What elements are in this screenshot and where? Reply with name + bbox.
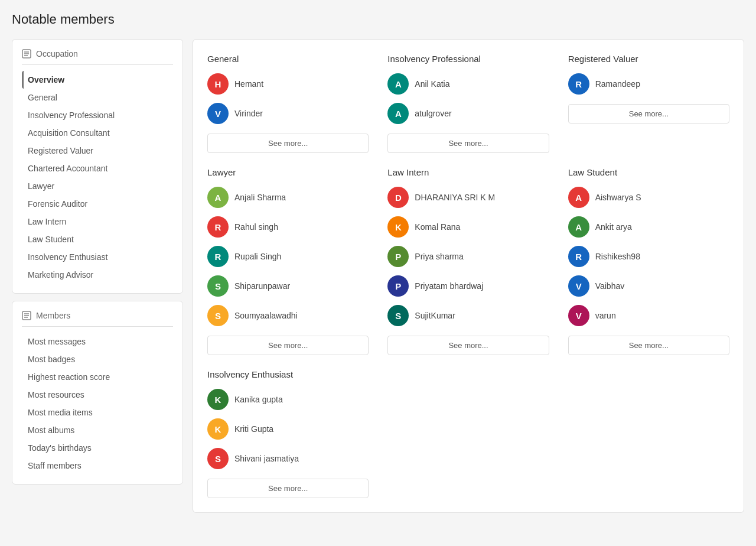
member-row[interactable]: KKanika gupta: [207, 388, 369, 411]
category-title-4: Law Intern: [387, 167, 549, 177]
sidebar-item-marketing-advisor[interactable]: Marketing Advisor: [22, 266, 173, 284]
avatar: R: [568, 246, 589, 267]
member-name: Shiparunpawar: [234, 281, 290, 291]
sidebar-item-registered-valuer[interactable]: Registered Valuer: [22, 142, 173, 160]
member-row[interactable]: Vvarun: [568, 304, 729, 327]
avatar: S: [387, 305, 409, 326]
see-more-button[interactable]: See more...: [387, 336, 549, 355]
member-name: DHARANIYA SRI K M: [415, 193, 495, 202]
member-name: Priya sharma: [415, 252, 463, 261]
members-header-label: Members: [36, 311, 70, 320]
sidebar-item-most-resources[interactable]: Most resources: [22, 386, 173, 404]
sidebar-item-acquisition-consultant[interactable]: Acquisition Consultant: [22, 124, 173, 142]
member-row[interactable]: SShiparunpawar: [207, 274, 369, 298]
sidebar-item-most-media-items[interactable]: Most media items: [22, 404, 173, 421]
member-name: Rishikesh98: [595, 252, 640, 261]
avatar: V: [207, 103, 229, 124]
see-more-button[interactable]: See more...: [207, 479, 369, 498]
member-name: Kanika gupta: [234, 395, 283, 404]
sidebar-item-law-intern[interactable]: Law Intern: [22, 213, 173, 230]
members-header: Members: [22, 311, 173, 327]
member-row[interactable]: PPriyatam bhardwaj: [387, 274, 549, 298]
sidebar-item-lawyer[interactable]: Lawyer: [22, 177, 173, 195]
members-list-icon: [22, 311, 31, 320]
sidebar-item-overview[interactable]: Overview: [22, 71, 173, 89]
see-more-button[interactable]: See more...: [207, 336, 369, 355]
member-row[interactable]: KKomal Rana: [387, 215, 549, 239]
member-row[interactable]: AAishwarya S: [568, 186, 729, 209]
member-name: varun: [595, 311, 616, 320]
avatar: A: [387, 73, 409, 95]
member-row[interactable]: RRahul singh: [207, 215, 369, 239]
sidebar-item-most-messages[interactable]: Most messages: [22, 333, 173, 350]
member-row[interactable]: HHemant: [207, 72, 369, 96]
sidebar-item-most-albums[interactable]: Most albums: [22, 421, 173, 439]
member-row[interactable]: Aatulgrover: [387, 102, 549, 125]
sidebar-item-forensic-auditor[interactable]: Forensic Auditor: [22, 195, 173, 213]
member-row[interactable]: RRupali Singh: [207, 245, 369, 268]
member-row[interactable]: SSoumyaalawadhi: [207, 304, 369, 327]
category-section-1: Insolvency ProfessionalAAnil KatiaAatulg…: [387, 54, 549, 153]
member-name: Anjali Sharma: [234, 193, 286, 202]
category-section-3: LawyerAAnjali SharmaRRahul singhRRupali …: [207, 167, 369, 355]
avatar: A: [568, 187, 589, 208]
sidebar-item-insolvency-enthusiast[interactable]: Insolvency Enthusiast: [22, 248, 173, 266]
avatar: A: [568, 216, 589, 238]
member-name: Shivani jasmatiya: [234, 454, 299, 463]
avatar: P: [387, 275, 409, 297]
see-more-button[interactable]: See more...: [387, 134, 549, 153]
member-row[interactable]: KKriti Gupta: [207, 417, 369, 441]
sidebar-item-staff-members[interactable]: Staff members: [22, 457, 173, 474]
member-name: Aishwarya S: [595, 193, 641, 202]
categories-grid: GeneralHHemantVVirinderSee more...Insolv…: [207, 54, 729, 498]
avatar: P: [387, 246, 409, 267]
member-name: Rahul singh: [234, 222, 278, 232]
member-name: Anil Katia: [415, 79, 449, 89]
sidebar-item-general[interactable]: General: [22, 89, 173, 106]
main-content: GeneralHHemantVVirinderSee more...Insolv…: [193, 39, 744, 513]
avatar: H: [207, 73, 229, 95]
avatar: R: [207, 246, 229, 267]
members-nav: Most messagesMost badgesHighest reaction…: [22, 333, 173, 474]
sidebar-item-chartered-accountant[interactable]: Chartered Accountant: [22, 160, 173, 177]
member-row[interactable]: AAnil Katia: [387, 72, 549, 96]
sidebar-item-law-student[interactable]: Law Student: [22, 230, 173, 248]
avatar: K: [387, 216, 409, 238]
see-more-button[interactable]: See more...: [207, 134, 369, 153]
avatar: K: [207, 389, 229, 410]
sidebar-item-insolvency-professional[interactable]: Insolvency Professional: [22, 106, 173, 124]
category-title-6: Insolvency Enthusiast: [207, 369, 369, 379]
member-name: Hemant: [234, 79, 263, 89]
category-section-4: Law InternDDHARANIYA SRI K MKKomal RanaP…: [387, 167, 549, 355]
category-title-1: Insolvency Professional: [387, 54, 549, 64]
sidebar-item-highest-reaction-score[interactable]: Highest reaction score: [22, 368, 173, 386]
member-row[interactable]: VVaibhav: [568, 274, 729, 298]
category-title-2: Registered Valuer: [568, 54, 729, 64]
member-name: Komal Rana: [415, 222, 460, 232]
member-row[interactable]: SShivani jasmatiya: [207, 447, 369, 470]
sidebar-item-most-badges[interactable]: Most badges: [22, 350, 173, 368]
sidebar-item-today's-birthdays[interactable]: Today's birthdays: [22, 439, 173, 457]
member-name: Kriti Gupta: [234, 424, 273, 434]
occupation-header: Occupation: [22, 49, 173, 65]
member-row[interactable]: PPriya sharma: [387, 245, 549, 268]
member-name: Soumyaalawadhi: [234, 311, 298, 320]
member-row[interactable]: AAnkit arya: [568, 215, 729, 239]
member-row[interactable]: DDHARANIYA SRI K M: [387, 186, 549, 209]
occupation-header-label: Occupation: [36, 49, 78, 58]
member-row[interactable]: RRamandeep: [568, 72, 729, 96]
see-more-button[interactable]: See more...: [568, 104, 729, 124]
see-more-button[interactable]: See more...: [568, 336, 729, 355]
member-row[interactable]: RRishikesh98: [568, 245, 729, 268]
avatar: S: [207, 305, 229, 326]
occupation-card: Occupation OverviewGeneralInsolvency Pro…: [12, 39, 183, 294]
member-name: SujitKumar: [415, 311, 455, 320]
member-row[interactable]: AAnjali Sharma: [207, 186, 369, 209]
sidebar: Occupation OverviewGeneralInsolvency Pro…: [12, 39, 183, 485]
member-name: atulgrover: [415, 109, 451, 118]
members-card: Members Most messagesMost badgesHighest …: [12, 301, 183, 485]
member-name: Ramandeep: [595, 79, 640, 89]
member-row[interactable]: SSujitKumar: [387, 304, 549, 327]
member-row[interactable]: VVirinder: [207, 102, 369, 125]
member-name: Vaibhav: [595, 281, 625, 291]
